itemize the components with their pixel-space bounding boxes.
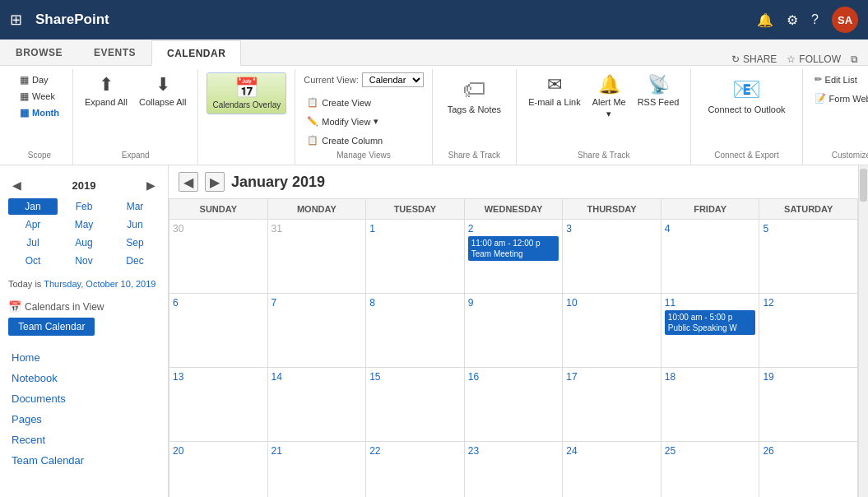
cal-day[interactable]: 26 bbox=[759, 442, 858, 497]
mini-cal-month-dec[interactable]: Dec bbox=[110, 253, 160, 269]
cal-day[interactable]: 18 bbox=[661, 368, 760, 441]
cal-day[interactable]: 16 bbox=[465, 368, 564, 441]
edit-list-button[interactable]: ✏ Edit List bbox=[811, 72, 861, 86]
cal-day[interactable]: 30 bbox=[169, 220, 268, 293]
cal-day[interactable]: 31 bbox=[268, 220, 367, 293]
day-view-button[interactable]: ▦ Day bbox=[15, 72, 64, 87]
modify-view-dropdown[interactable]: ▾ bbox=[374, 116, 378, 127]
mini-cal-month-nov[interactable]: Nov bbox=[59, 253, 109, 269]
mini-cal-month-jun[interactable]: Jun bbox=[110, 216, 160, 233]
week-view-button[interactable]: ▦ Week bbox=[15, 89, 64, 104]
cal-day[interactable]: 1110:00 am - 5:00 p Public Speaking W bbox=[661, 294, 760, 367]
mini-cal-month-sep[interactable]: Sep bbox=[110, 235, 160, 251]
mini-cal-month-feb[interactable]: Feb bbox=[59, 198, 109, 215]
popout-icon[interactable]: ⧉ bbox=[851, 53, 858, 65]
team-calendar-tag[interactable]: Team Calendar bbox=[8, 318, 95, 336]
calendars-overlay-button[interactable]: 📅 Calendars Overlay bbox=[207, 72, 286, 114]
ribbon-group-share-track: ✉ E-mail a Link 🔔 Alert Me ▾ 📡 RSS Feed … bbox=[517, 69, 691, 165]
rss-feed-button[interactable]: 📡 RSS Feed bbox=[634, 72, 683, 109]
scrollbar[interactable] bbox=[858, 165, 868, 497]
cal-day[interactable]: 8 bbox=[366, 294, 465, 367]
scrollbar-thumb[interactable] bbox=[860, 169, 867, 202]
mini-cal-prev[interactable]: ◀ bbox=[8, 177, 25, 193]
sidebar-nav-recent[interactable]: Recent bbox=[0, 430, 168, 450]
alert-me-button[interactable]: 🔔 Alert Me ▾ bbox=[589, 72, 629, 121]
sidebar-nav-team-calendar[interactable]: Team Calendar bbox=[0, 450, 168, 471]
cal-day[interactable]: 25 bbox=[661, 442, 760, 497]
cal-day[interactable]: 10 bbox=[563, 294, 661, 367]
create-column-button[interactable]: 📋 Create Column bbox=[304, 133, 386, 147]
cal-day[interactable]: 23 bbox=[465, 442, 564, 497]
cal-day[interactable]: 21 bbox=[268, 442, 367, 497]
cal-day[interactable]: 12 bbox=[759, 294, 858, 367]
sidebar-nav-pages[interactable]: Pages bbox=[0, 409, 168, 430]
bell-icon[interactable]: 🔔 bbox=[757, 12, 773, 28]
share-button[interactable]: ↻ SHARE bbox=[731, 53, 777, 65]
cal-day[interactable]: 4 bbox=[661, 220, 760, 293]
calendar-weeks: 30311211:00 am - 12:00 p Team Meeting345… bbox=[169, 220, 858, 497]
tab-events[interactable]: EVENTS bbox=[78, 39, 151, 65]
cal-day[interactable]: 22 bbox=[366, 442, 465, 497]
mini-cal-month-jan[interactable]: Jan bbox=[8, 198, 58, 215]
cal-day[interactable]: 3 bbox=[563, 220, 661, 293]
cal-day-number: 16 bbox=[468, 371, 559, 383]
cal-day[interactable]: 1 bbox=[366, 220, 465, 293]
cal-day-number: 6 bbox=[173, 297, 264, 309]
calendar-event[interactable]: 11:00 am - 12:00 p Team Meeting bbox=[468, 236, 559, 261]
mini-cal-month-oct[interactable]: Oct bbox=[8, 253, 58, 269]
cal-day[interactable]: 14 bbox=[268, 368, 367, 441]
expand-label: Expand bbox=[122, 151, 150, 161]
cal-day[interactable]: 13 bbox=[169, 368, 268, 441]
sidebar-nav: HomeNotebookDocumentsPagesRecentTeam Cal… bbox=[0, 337, 168, 471]
cal-day[interactable]: 6 bbox=[169, 294, 268, 367]
create-view-button[interactable]: 📋 Create View bbox=[304, 95, 374, 109]
email-link-button[interactable]: ✉ E-mail a Link bbox=[525, 72, 584, 109]
cal-day-number: 11 bbox=[665, 297, 756, 309]
cal-day-number: 31 bbox=[272, 223, 363, 235]
form-web-parts-button[interactable]: 📝 Form Web Parts ▾ bbox=[811, 91, 868, 105]
tags-notes-content: 🏷 Tags & Notes bbox=[441, 72, 508, 147]
follow-button[interactable]: ☆ FOLLOW bbox=[787, 53, 841, 65]
tags-notes-button[interactable]: 🏷 Tags & Notes bbox=[441, 72, 508, 118]
create-view-icon: 📋 bbox=[307, 97, 318, 108]
mini-cal-month-aug[interactable]: Aug bbox=[59, 235, 109, 251]
mini-cal-month-mar[interactable]: Mar bbox=[110, 198, 160, 215]
cal-day[interactable]: 9 bbox=[465, 294, 564, 367]
avatar[interactable]: SA bbox=[832, 7, 858, 33]
mini-cal-month-may[interactable]: May bbox=[59, 216, 109, 233]
cal-day[interactable]: 24 bbox=[563, 442, 661, 497]
month-view-button[interactable]: ▦ Month bbox=[15, 105, 64, 120]
mini-cal-month-jul[interactable]: Jul bbox=[8, 235, 58, 251]
cal-day-number: 15 bbox=[369, 371, 461, 383]
collapse-all-button[interactable]: ⬇ Collapse All bbox=[136, 72, 189, 109]
sidebar-nav-notebook[interactable]: Notebook bbox=[0, 368, 168, 388]
cal-day[interactable]: 211:00 am - 12:00 p Team Meeting bbox=[465, 220, 564, 293]
app-grid-icon[interactable]: ⊞ bbox=[10, 11, 22, 29]
cal-day[interactable]: 19 bbox=[759, 368, 858, 441]
mini-cal-month-apr[interactable]: Apr bbox=[8, 216, 58, 233]
top-icons: 🔔 ⚙ ? SA bbox=[757, 7, 858, 33]
cal-day[interactable]: 15 bbox=[366, 368, 465, 441]
cal-prev-button[interactable]: ◀ bbox=[179, 172, 198, 192]
calendar-event[interactable]: 10:00 am - 5:00 p Public Speaking W bbox=[665, 310, 756, 335]
cal-day[interactable]: 17 bbox=[563, 368, 661, 441]
gear-icon[interactable]: ⚙ bbox=[787, 12, 798, 28]
modify-view-button[interactable]: ✏️ Modify View ▾ bbox=[304, 114, 382, 128]
sidebar-nav-documents[interactable]: Documents bbox=[0, 388, 168, 409]
tab-calendar[interactable]: CALENDAR bbox=[151, 40, 241, 66]
connect-outlook-button[interactable]: 📧 Connect to Outlook bbox=[699, 72, 793, 118]
mini-cal-next[interactable]: ▶ bbox=[143, 177, 160, 193]
help-icon[interactable]: ? bbox=[811, 12, 819, 27]
sidebar-nav-home[interactable]: Home bbox=[0, 347, 168, 368]
tab-browse[interactable]: BROWSE bbox=[0, 39, 78, 65]
cal-day[interactable]: 7 bbox=[268, 294, 367, 367]
cal-dow-wednesday: WEDNESDAY bbox=[465, 199, 564, 219]
today-link[interactable]: Thursday, October 10, 2019 bbox=[44, 279, 155, 289]
month-icon: ▦ bbox=[20, 107, 29, 118]
expand-all-button[interactable]: ⬆ Expand All bbox=[81, 72, 131, 109]
cal-day[interactable]: 20 bbox=[169, 442, 268, 497]
current-view-select[interactable]: Calendar bbox=[362, 72, 424, 87]
cal-day-number: 14 bbox=[272, 371, 363, 383]
cal-day[interactable]: 5 bbox=[759, 220, 858, 293]
cal-next-button[interactable]: ▶ bbox=[205, 172, 225, 192]
